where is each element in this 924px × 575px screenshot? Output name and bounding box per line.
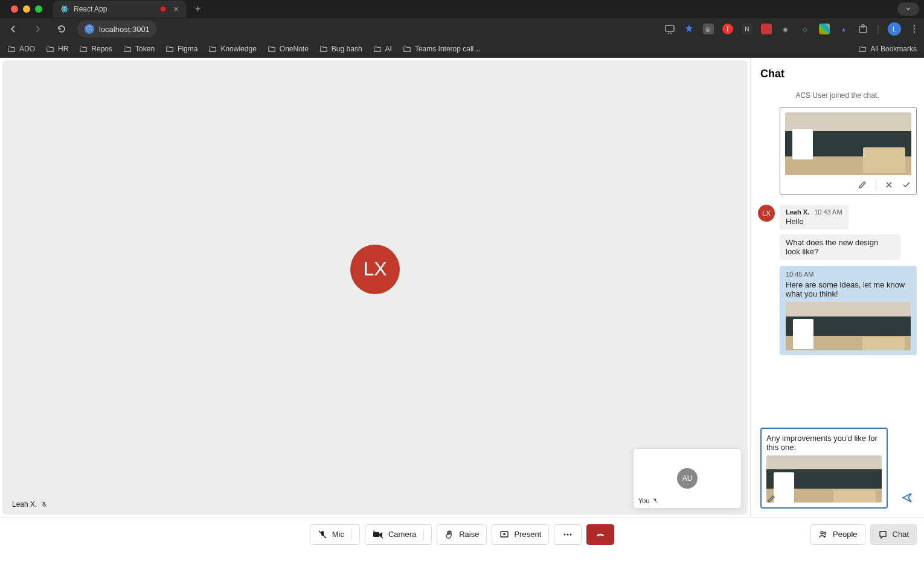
chevron-down-icon xyxy=(905,6,911,12)
raise-hand-icon xyxy=(444,530,454,539)
message-time: 10:45 AM xyxy=(786,271,911,278)
new-tab-button[interactable]: + xyxy=(190,1,207,18)
camera-off-icon xyxy=(373,530,383,539)
profile-avatar[interactable]: L xyxy=(888,22,901,36)
kitchen-image[interactable] xyxy=(766,455,882,503)
kitchen-image[interactable] xyxy=(786,302,911,350)
tab-bar: React App × + xyxy=(0,0,924,18)
compose-text[interactable]: Any improvements you'd like for this one… xyxy=(766,434,882,452)
accept-icon[interactable] xyxy=(902,180,911,190)
reject-icon[interactable] xyxy=(885,180,893,190)
svg-rect-6 xyxy=(862,25,864,27)
own-message: 10:45 AM Here are some ideas, let me kno… xyxy=(780,266,917,355)
call-controls: Mic Camera Raise Present People Chat xyxy=(0,517,924,551)
window-close[interactable] xyxy=(11,5,18,13)
browser-chrome: React App × + ⓘ localhost:3001 ◎ T N ◉ ◇… xyxy=(0,0,924,58)
bookmark-folder[interactable]: Teams Interop call… xyxy=(403,45,481,53)
cast-icon[interactable] xyxy=(664,24,675,34)
raise-hand-button[interactable]: Raise xyxy=(437,524,487,545)
chat-icon xyxy=(878,530,888,539)
mic-muted-icon xyxy=(652,498,658,504)
self-avatar: AU xyxy=(677,468,698,489)
puzzle-icon[interactable] xyxy=(858,24,868,34)
more-button[interactable] xyxy=(554,524,582,545)
kitchen-image[interactable] xyxy=(785,112,911,175)
menu-icon[interactable] xyxy=(910,24,919,34)
chat-title: Chat xyxy=(751,68,924,88)
recording-icon xyxy=(160,6,166,12)
chat-message: LX Leah X.10:43 AM Hello xyxy=(758,205,917,230)
edit-icon[interactable] xyxy=(766,494,776,504)
send-button[interactable] xyxy=(897,488,917,507)
react-icon xyxy=(60,5,69,13)
image-actions xyxy=(785,180,911,190)
mic-muted-icon xyxy=(318,530,327,539)
bookmark-star-icon[interactable] xyxy=(684,24,695,34)
present-button[interactable]: Present xyxy=(492,524,549,545)
participant-name-tag: Leah X. xyxy=(12,500,48,509)
message-bubble: Leah X.10:43 AM Hello xyxy=(780,205,849,230)
image-attachment-card xyxy=(780,107,917,195)
compose-area: Any improvements you'd like for this one… xyxy=(751,424,924,517)
extension-icon[interactable]: T xyxy=(722,24,733,34)
mic-button[interactable]: Mic xyxy=(310,524,360,545)
site-info-icon[interactable]: ⓘ xyxy=(85,24,94,34)
chat-panel: Chat ACS User joined the chat. LX Leah X… xyxy=(750,58,924,517)
all-bookmarks[interactable]: All Bookmarks xyxy=(858,45,917,53)
extension-icon[interactable] xyxy=(819,24,830,34)
chat-scroll[interactable]: ACS User joined the chat. LX Leah X.10:4… xyxy=(751,88,924,424)
bookmark-folder[interactable]: Bug bash xyxy=(319,45,362,53)
chat-message: What does the new design look like? xyxy=(780,234,917,260)
end-call-button[interactable] xyxy=(586,524,614,545)
url-input[interactable]: ⓘ localhost:3001 xyxy=(77,21,157,37)
forward-button[interactable] xyxy=(29,21,46,37)
address-bar: ⓘ localhost:3001 ◎ T N ◉ ◇ ▲ | L xyxy=(0,18,924,40)
bookmark-folder[interactable]: Repos xyxy=(79,45,112,53)
extension-icon[interactable] xyxy=(761,24,772,34)
toolbar-right: ◎ T N ◉ ◇ ▲ | L xyxy=(664,22,919,36)
extension-icon[interactable]: N xyxy=(742,24,752,34)
svg-point-8 xyxy=(914,28,916,30)
tabs-dropdown[interactable] xyxy=(897,2,919,16)
browser-tab[interactable]: React App × xyxy=(53,1,186,18)
bookmark-folder[interactable]: Figma xyxy=(165,45,197,53)
message-text: Hello xyxy=(786,217,842,226)
svg-point-7 xyxy=(914,25,916,27)
self-preview[interactable]: AU You xyxy=(633,448,742,509)
bookmark-folder[interactable]: ADO xyxy=(7,45,35,53)
window-maximize[interactable] xyxy=(35,5,42,13)
window-controls[interactable] xyxy=(5,5,48,13)
bookmark-folder[interactable]: HR xyxy=(46,45,68,53)
svg-point-16 xyxy=(824,532,826,535)
message-bubble: What does the new design look like? xyxy=(780,234,900,260)
bookmark-folder[interactable]: Knowledge xyxy=(208,45,256,53)
close-tab-icon[interactable]: × xyxy=(173,4,178,14)
bookmark-folder[interactable]: Token xyxy=(123,45,155,53)
extension-icon[interactable]: ◎ xyxy=(703,24,714,34)
chat-button[interactable]: Chat xyxy=(870,524,917,545)
participant-avatar: LX xyxy=(350,245,400,294)
camera-button[interactable]: Camera xyxy=(365,524,432,545)
app-content: LX Leah X. AU You Chat ACS User joined t… xyxy=(0,58,924,517)
video-stage[interactable]: LX Leah X. AU You xyxy=(2,60,748,515)
bookmark-folder[interactable]: OneNote xyxy=(268,45,309,53)
svg-point-15 xyxy=(821,532,823,534)
reload-button[interactable] xyxy=(53,21,70,37)
back-button[interactable] xyxy=(5,21,22,37)
video-area: LX Leah X. AU You xyxy=(0,58,750,517)
message-text: Here are some ideas, let me know what yo… xyxy=(786,280,911,298)
svg-point-14 xyxy=(570,533,572,535)
people-button[interactable]: People xyxy=(810,524,865,545)
svg-rect-4 xyxy=(666,25,674,31)
window-minimize[interactable] xyxy=(23,5,30,13)
edit-icon[interactable] xyxy=(858,180,867,190)
compose-box[interactable]: Any improvements you'd like for this one… xyxy=(760,428,888,509)
bookmarks-bar: ADO HR Repos Token Figma Knowledge OneNo… xyxy=(0,40,924,58)
extension-icon[interactable]: ▲ xyxy=(838,24,849,34)
tab-title: React App xyxy=(74,5,107,13)
extension-icon[interactable]: ◉ xyxy=(780,24,791,34)
extension-icon[interactable]: ◇ xyxy=(800,24,810,34)
bookmark-folder[interactable]: AI xyxy=(373,45,392,53)
share-screen-icon xyxy=(499,530,509,539)
send-icon xyxy=(901,492,913,504)
